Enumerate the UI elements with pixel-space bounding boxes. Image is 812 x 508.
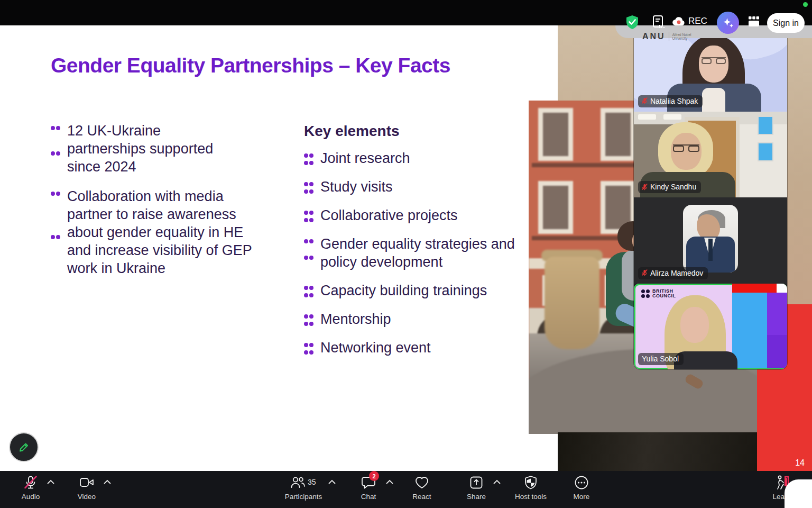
- slide-page-number: 14: [795, 458, 805, 468]
- heart-icon: [414, 475, 430, 490]
- rec-label: REC: [688, 16, 707, 26]
- more-button[interactable]: More: [565, 475, 598, 501]
- video-tile-kindy-sandhu[interactable]: Kindy Sandhu: [634, 112, 787, 198]
- share-options-chevron-icon[interactable]: [493, 479, 501, 485]
- participants-options-chevron-icon[interactable]: [328, 479, 336, 485]
- anu-logo: ANU Alfred NobelUniversity: [642, 32, 691, 41]
- bullet-dots-icon: [304, 211, 313, 224]
- apps-icon[interactable]: [748, 16, 760, 28]
- mic-muted-icon: [23, 475, 39, 491]
- share-icon: [469, 475, 484, 490]
- participant-name-label: Yulia Sobol: [638, 353, 684, 365]
- corner-panel-overlay: [785, 479, 812, 508]
- sign-in-button[interactable]: Sign in: [767, 13, 805, 33]
- list-item: Study visits: [304, 178, 526, 196]
- key-elements-heading: Key elements: [304, 123, 526, 140]
- pencil-icon: [17, 440, 31, 454]
- bullet-dots-icon: [51, 192, 60, 277]
- annotate-button[interactable]: [9, 432, 39, 462]
- shield-check-icon[interactable]: [625, 15, 639, 30]
- participants-count: 35: [308, 478, 316, 486]
- mic-muted-icon: [642, 184, 648, 190]
- mic-muted-icon: [642, 269, 648, 276]
- chat-unread-badge: 2: [369, 471, 379, 481]
- list-item: Mentorship: [304, 310, 526, 328]
- bullet-dots-icon: [304, 239, 313, 271]
- bullet-dots-icon: [51, 126, 60, 176]
- list-item: Collaboration with media partner to rais…: [51, 187, 264, 277]
- facts-list: 12 UK-Ukraine partnerships supported sin…: [51, 122, 264, 277]
- list-item: Gender equality strategies and policy de…: [304, 235, 526, 271]
- participant-name-label: Kindy Sandhu: [638, 181, 701, 193]
- chat-options-chevron-icon[interactable]: [385, 479, 394, 485]
- audio-button[interactable]: Audio: [14, 475, 48, 501]
- mic-muted-icon: [642, 97, 648, 104]
- camera-icon: [78, 476, 95, 489]
- bullet-dots-icon: [304, 182, 313, 196]
- list-item: Joint research: [304, 149, 526, 167]
- british-council-logo: BRITISHCOUNCIL: [641, 289, 676, 298]
- recording-indicator[interactable]: REC: [672, 16, 707, 26]
- video-button[interactable]: Video: [70, 475, 104, 501]
- captions-transcript-icon[interactable]: [651, 15, 665, 30]
- avatar: [683, 205, 738, 273]
- rec-cloud-icon: [672, 17, 685, 26]
- bullet-dots-icon: [304, 286, 313, 300]
- list-item: Collaborative projects: [304, 206, 526, 224]
- video-tile-nataliia-shpak[interactable]: ANU Alfred NobelUniversity Nataliia Shpa…: [634, 25, 787, 112]
- participant-name-label: Alirza Mamedov: [638, 267, 708, 279]
- bullet-dots-icon: [304, 314, 313, 328]
- bullet-dots-icon: [304, 343, 313, 357]
- key-elements-column: Key elements Joint research Study visits…: [304, 123, 526, 367]
- host-tools-shield-icon: [524, 475, 538, 490]
- participants-video-panel: ANU Alfred NobelUniversity Nataliia Shpa…: [634, 25, 787, 369]
- video-tile-yulia-sobol-active-speaker[interactable]: BRITISHCOUNCIL Yulia Sobol: [634, 284, 787, 370]
- meeting-toolbar: Audio Video: [0, 471, 812, 508]
- list-item: Capacity building trainings: [304, 282, 526, 300]
- react-button[interactable]: React: [405, 475, 439, 501]
- video-tile-alirza-mamedov[interactable]: Alirza Mamedov: [634, 197, 787, 284]
- participants-icon: [290, 475, 306, 490]
- ai-companion-icon[interactable]: [717, 12, 739, 34]
- list-item: 12 UK-Ukraine partnerships supported sin…: [51, 122, 264, 176]
- slide-photo-bottom-strip: [558, 432, 757, 471]
- slide-title: Gender Equality Partnerships – Key Facts: [51, 54, 527, 77]
- participants-button[interactable]: 35 Participants: [279, 475, 328, 501]
- audio-options-chevron-icon[interactable]: [47, 479, 55, 485]
- bullet-dots-icon: [304, 153, 313, 167]
- share-button[interactable]: Share: [459, 475, 493, 501]
- more-icon: [574, 475, 589, 491]
- participant-name-label: Nataliia Shpak: [638, 95, 703, 107]
- list-item: Networking event: [304, 339, 526, 357]
- meeting-window: Gender Equality Partnerships – Key Facts…: [0, 0, 812, 508]
- video-options-chevron-icon[interactable]: [103, 479, 112, 485]
- host-tools-button[interactable]: Host tools: [510, 475, 551, 501]
- chat-button[interactable]: 2 Chat: [352, 475, 385, 501]
